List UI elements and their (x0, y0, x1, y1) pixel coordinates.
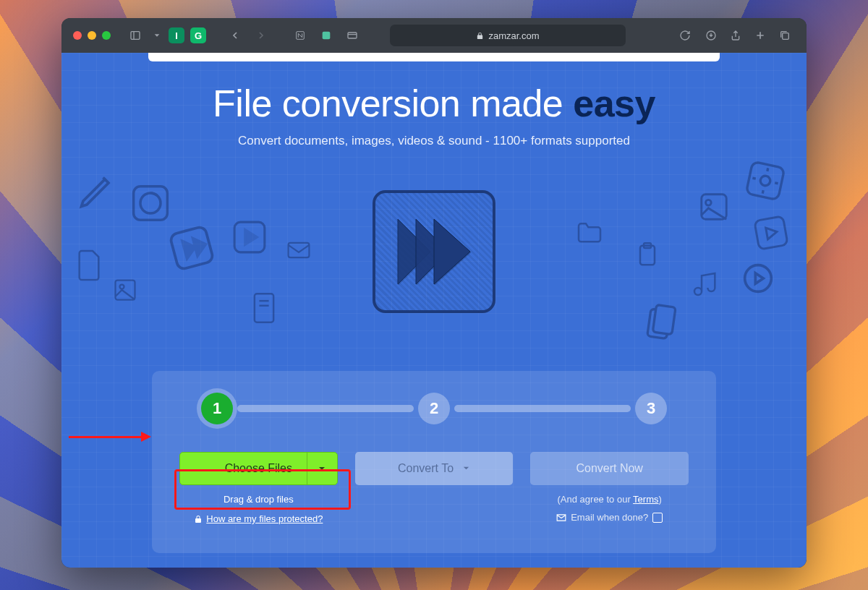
hero-section: File conversion made easy Convert docume… (61, 53, 807, 148)
caret-down-icon (462, 462, 470, 475)
caret-down-icon (318, 464, 326, 473)
page-subtitle: Convert documents, images, videos & soun… (61, 134, 807, 148)
svg-rect-22 (702, 194, 727, 220)
nav-back-button[interactable] (225, 25, 245, 46)
svg-rect-4 (348, 33, 357, 38)
clipboard-icon (633, 241, 662, 270)
pencil-icon (76, 168, 119, 212)
svg-rect-17 (255, 294, 273, 322)
play-circle-icon (742, 262, 774, 294)
play-box-icon (231, 219, 268, 255)
gear-box-icon (742, 158, 788, 204)
image-file-icon (112, 277, 138, 303)
svg-rect-10 (134, 187, 168, 221)
svg-rect-29 (652, 304, 676, 334)
sidebar-toggle-button[interactable] (125, 25, 145, 46)
reload-button[interactable] (675, 25, 695, 46)
mail-icon (286, 241, 312, 260)
svg-rect-16 (289, 243, 310, 257)
nav-forward-button[interactable] (251, 25, 271, 46)
document-icon (75, 248, 103, 283)
lock-icon (194, 515, 203, 523)
extension-todoist-icon[interactable] (316, 25, 336, 46)
terms-agree-text: (And agree to our Terms) (558, 494, 662, 505)
zamzar-logo-icon (373, 190, 495, 313)
svg-point-25 (745, 265, 772, 292)
convert-now-button[interactable]: Convert Now (530, 452, 689, 485)
choose-files-button[interactable]: Choose Files (179, 452, 338, 485)
dropdown-button[interactable] (151, 25, 163, 46)
downloads-button[interactable] (701, 25, 721, 46)
browser-window: I G zamzar.com (61, 18, 807, 568)
terms-link[interactable]: Terms (633, 494, 658, 505)
choose-files-dropdown[interactable] (307, 453, 337, 484)
svg-rect-24 (754, 216, 788, 249)
conversion-panel: 1 2 3 Choose Files Drag & drop files (152, 371, 716, 553)
fullscreen-window-button[interactable] (102, 31, 111, 40)
svg-rect-20 (746, 161, 784, 200)
address-bar[interactable]: zamzar.com (390, 25, 626, 46)
close-window-button[interactable] (73, 31, 82, 40)
step-1: 1 (201, 393, 233, 424)
clipboards-icon (638, 300, 683, 347)
forward-box-icon (165, 221, 218, 274)
files-protected-link[interactable]: How are my files protected? (194, 513, 323, 524)
drag-drop-hint: Drag & drop files (224, 494, 294, 505)
media-play-box-icon (751, 213, 791, 253)
page-content: File conversion made easy Convert docume… (61, 53, 807, 568)
svg-point-23 (706, 200, 712, 205)
email-when-done-row: Email when done? (556, 512, 663, 523)
window-controls (73, 31, 111, 40)
email-checkbox[interactable] (652, 513, 663, 523)
tabs-overview-button[interactable] (775, 25, 795, 46)
image-box-icon (697, 190, 731, 223)
lock-icon (476, 32, 484, 40)
extension-instapaper-icon[interactable]: I (169, 27, 184, 43)
privacy-report-button[interactable] (342, 25, 362, 46)
refresh-circle-icon (130, 183, 171, 223)
svg-point-13 (120, 285, 124, 289)
step-indicator: 1 2 3 (201, 393, 667, 424)
step-3: 3 (635, 393, 667, 424)
nav-bar-stub (148, 53, 720, 61)
text-file-icon (250, 291, 278, 325)
folder-icon (575, 219, 604, 245)
extension-notion-icon[interactable] (290, 25, 310, 46)
svg-rect-3 (323, 32, 331, 40)
svg-rect-0 (131, 32, 140, 40)
share-button[interactable] (726, 25, 746, 46)
mail-icon (556, 513, 566, 522)
svg-rect-9 (783, 33, 789, 40)
minimize-window-button[interactable] (88, 31, 96, 40)
svg-point-21 (760, 175, 771, 187)
new-tab-button[interactable] (750, 25, 770, 46)
svg-point-11 (140, 193, 161, 213)
extension-grammarly-icon[interactable]: G (190, 27, 206, 43)
page-title: File conversion made easy (61, 82, 807, 125)
convert-to-button[interactable]: Convert To (355, 452, 514, 485)
url-text: zamzar.com (488, 30, 539, 41)
step-2: 2 (418, 393, 450, 424)
music-notes-icon (691, 270, 720, 299)
browser-titlebar: I G zamzar.com (61, 18, 807, 53)
